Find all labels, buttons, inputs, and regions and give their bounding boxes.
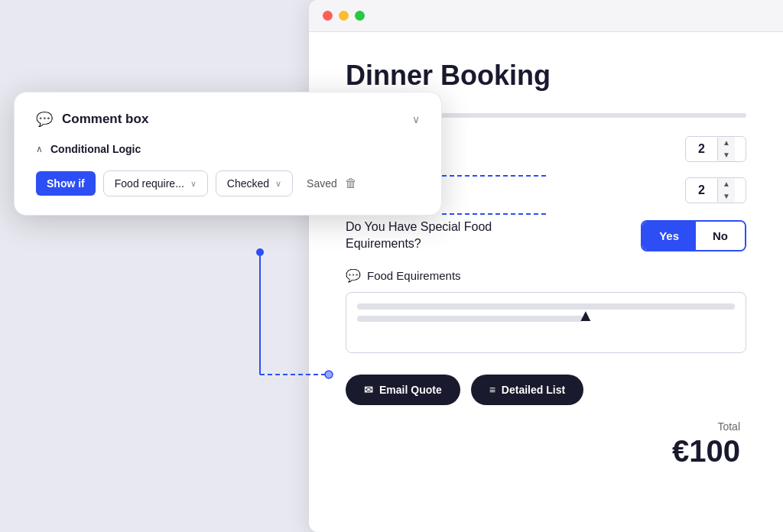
svg-point-4 <box>256 248 264 256</box>
food-req-label-text: Food Equirements <box>367 269 461 282</box>
food-require-select[interactable]: Food require... ∨ <box>103 170 208 196</box>
form-window: Dinner Booking 2 ▲ ▼ 2 ▲ ▼ <box>309 0 783 532</box>
cond-logic-expand-icon[interactable]: ∧ <box>36 144 43 154</box>
stepper-1-buttons: ▲ ▼ <box>718 137 735 161</box>
cond-logic-label-row: ∧ Conditional Logic <box>36 143 420 155</box>
list-icon: ≡ <box>489 384 495 396</box>
no-button[interactable]: No <box>696 222 745 250</box>
food-select-chevron-icon: ∨ <box>190 179 197 189</box>
comment-box-title: Comment box <box>62 112 148 127</box>
special-food-row: Do You Have Special Food Equirements? Ye… <box>346 219 746 253</box>
cond-logic-label-text: Conditional Logic <box>50 143 141 155</box>
bottom-buttons: ✉ Email Quote ≡ Detailed List <box>346 375 746 405</box>
form-title: Dinner Booking <box>346 60 746 92</box>
email-icon: ✉ <box>364 384 373 396</box>
total-section: Total €100 <box>346 420 746 469</box>
special-food-label: Do You Have Special Food Equirements? <box>346 219 499 253</box>
textarea-line-2 <box>357 316 583 322</box>
detailed-list-label: Detailed List <box>502 384 565 396</box>
yes-no-group: Yes No <box>641 220 746 251</box>
chevron-down-icon[interactable]: ∨ <box>412 113 420 125</box>
food-comment-icon: 💬 <box>346 268 361 283</box>
stepper-2-buttons: ▲ ▼ <box>718 178 735 203</box>
checked-select[interactable]: Checked ∨ <box>216 170 293 196</box>
show-if-badge: Show if <box>36 171 96 196</box>
stepper-1-value: 2 <box>686 138 718 161</box>
email-quote-button[interactable]: ✉ Email Quote <box>346 375 460 405</box>
email-quote-label: Email Quote <box>379 384 442 396</box>
delete-icon[interactable]: 🗑 <box>345 177 357 190</box>
stepper-1[interactable]: 2 ▲ ▼ <box>685 136 746 162</box>
cond-header-left: 💬 Comment box <box>36 111 148 128</box>
stepper-2-down[interactable]: ▼ <box>718 190 735 203</box>
stepper-2-up[interactable]: ▲ <box>718 178 735 190</box>
stepper-2-value: 2 <box>686 179 718 202</box>
dot-red <box>323 11 333 21</box>
dot-green <box>355 11 365 21</box>
stepper-1-up[interactable]: ▲ <box>718 137 735 149</box>
textarea-line-1 <box>357 303 735 310</box>
cond-rule-row: Show if Food require... ∨ Checked ∨ Save… <box>36 170 420 196</box>
detailed-list-button[interactable]: ≡ Detailed List <box>471 375 583 405</box>
cond-panel-header: 💬 Comment box ∨ <box>36 111 420 128</box>
food-require-select-value: Food require... <box>115 177 184 190</box>
saved-label: Saved <box>307 177 337 190</box>
titlebar <box>309 0 783 32</box>
food-textarea[interactable] <box>346 292 746 353</box>
total-label: Total <box>346 420 740 433</box>
checked-select-value: Checked <box>227 177 269 190</box>
dot-yellow <box>339 11 349 21</box>
stepper-2[interactable]: 2 ▲ ▼ <box>685 177 746 203</box>
total-amount: €100 <box>346 434 740 469</box>
food-req-section-label: 💬 Food Equirements <box>346 268 746 283</box>
checked-select-chevron-icon: ∨ <box>275 179 281 189</box>
yes-button[interactable]: Yes <box>642 222 696 250</box>
comment-box-icon: 💬 <box>36 111 53 128</box>
stepper-1-down[interactable]: ▼ <box>718 149 735 161</box>
conditional-logic-panel: 💬 Comment box ∨ ∧ Conditional Logic Show… <box>14 92 442 216</box>
